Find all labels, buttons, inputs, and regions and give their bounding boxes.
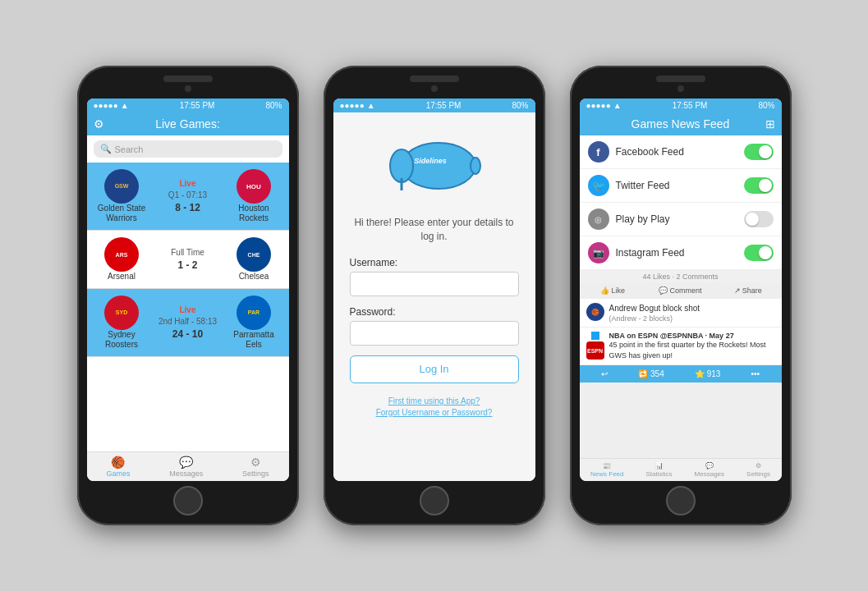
speaker-2 — [410, 76, 459, 82]
tab-settings-label-3: Settings — [746, 470, 770, 478]
share-button[interactable]: ↗ Share — [714, 283, 781, 298]
rockets-logo: HOU — [237, 169, 271, 204]
tab-messages-label-1: Messages — [169, 470, 203, 478]
search-bar[interactable]: 🔍 Search — [94, 140, 282, 158]
tab-statistics[interactable]: 📊 Statistics — [646, 462, 673, 478]
svg-point-1 — [390, 149, 413, 182]
speaker-3 — [656, 76, 705, 82]
feed-toggle-list: f Facebook Feed 🐦 Twitter Feed ◎ Play by… — [580, 135, 782, 270]
roosters-name: Sydney Roosters — [95, 330, 149, 350]
status-time-1: 17:55 PM — [180, 101, 215, 110]
pbp-icon: ◎ — [588, 208, 609, 230]
screen-2: ●●●●● ▲ 17:55 PM 80% Sidelines — [333, 98, 535, 481]
rockets-name: Houston Rockets — [227, 204, 280, 223]
forgot-link[interactable]: Forgot Username or Password? — [376, 408, 493, 417]
tab-newsfeed[interactable]: 📰 News Feed — [590, 462, 623, 478]
game-row-3[interactable]: SYD Sydney Roosters Live 2nd Half - 58:1… — [87, 289, 289, 357]
comment-label: Comment — [669, 286, 701, 295]
game-quarter-3: 2nd Half - 58:13 — [158, 316, 217, 328]
app-logo-area: Sidelines — [385, 129, 484, 206]
status-bar-2: ●●●●● ▲ 17:55 PM 80% — [333, 98, 535, 112]
more-stat[interactable]: ••• — [751, 369, 760, 378]
instagram-icon: 📷 — [588, 242, 609, 263]
bogut-icon: 🏀 — [586, 303, 604, 321]
tweet-body: 45 point in the first quarter by the Roc… — [609, 340, 775, 360]
home-button-2[interactable] — [420, 486, 449, 515]
grid-icon[interactable]: ⊞ — [765, 117, 775, 131]
tab-statistics-label: Statistics — [646, 470, 673, 478]
phone-2-bottom — [420, 486, 449, 515]
camera-2 — [431, 85, 438, 92]
page-title-1: Live Games: — [155, 117, 220, 131]
tab-newsfeed-label: News Feed — [590, 470, 623, 478]
password-input[interactable] — [350, 321, 519, 346]
game-row-1[interactable]: GSW Golden State Warriors Live Q1 - 07:1… — [87, 163, 289, 231]
login-button[interactable]: Log In — [350, 355, 519, 383]
tab-settings-3[interactable]: ⚙ Settings — [746, 462, 770, 478]
home-button-1[interactable] — [173, 486, 203, 515]
camera-1 — [185, 85, 191, 92]
pbp-toggle[interactable] — [744, 211, 774, 227]
game-status-1: Live — [179, 178, 195, 190]
settings-icon-3: ⚙ — [755, 462, 761, 470]
social-post-area: 44 Likes · 2 Comments 👍 Like 💬 Comment ↗… — [580, 270, 782, 458]
game-info-1: Live Q1 - 07:13 8 - 12 — [168, 178, 207, 215]
tab-messages-3[interactable]: 💬 Messages — [695, 462, 724, 478]
status-time-2: 17:55 PM — [426, 101, 462, 110]
eels-logo: PAR — [237, 296, 271, 330]
instagram-label: Instagram Feed — [616, 247, 737, 259]
login-button-label: Log In — [419, 363, 448, 375]
post-stats: 44 Likes · 2 Comments — [580, 270, 782, 283]
phone-3-bottom — [666, 486, 696, 515]
team-block-warriors: GSW Golden State Warriors — [95, 169, 149, 223]
first-time-link[interactable]: First time using this App? — [388, 396, 480, 405]
pbp-toggle-row: ◎ Play by Play — [580, 203, 782, 236]
news-tab-bar: 📰 News Feed 📊 Statistics 💬 Messages ⚙ Se… — [580, 458, 782, 481]
bogut-title: Andrew Bogut block shot — [609, 303, 700, 314]
search-icon: 🔍 — [100, 144, 112, 154]
tab-settings-1[interactable]: ⚙ Settings — [242, 456, 269, 478]
bogut-content: Andrew Bogut block shot (Andrew - 2 bloc… — [609, 303, 700, 323]
tab-messages-1[interactable]: 💬 Messages — [169, 456, 203, 478]
twitter-toggle[interactable] — [744, 177, 774, 194]
gear-icon[interactable]: ⚙ — [94, 117, 104, 131]
instagram-toggle[interactable] — [744, 245, 774, 261]
comment-button[interactable]: 💬 Comment — [647, 283, 714, 298]
login-links: First time using this App? Forgot Userna… — [376, 396, 493, 417]
username-field-group: Username: — [350, 257, 519, 296]
phone-3: ●●●●● ▲ 17:55 PM 80% Games News Feed ⊞ f… — [570, 66, 792, 525]
twitter-toggle-row: 🐦 Twitter Feed — [580, 169, 782, 203]
username-input[interactable] — [350, 272, 519, 296]
wifi-icon-2: ▲ — [367, 101, 375, 110]
like-button[interactable]: 👍 Like — [580, 283, 647, 298]
phone-3-top — [580, 76, 782, 95]
chelsea-name: Chelsea — [239, 272, 269, 282]
login-prompt: Hi there! Please enter your details to l… — [350, 216, 519, 244]
bogut-sub: (Andrew - 2 blocks) — [609, 314, 700, 323]
game-row-2[interactable]: ARS Arsenal Full Time 1 - 2 CHE Chelsea — [87, 231, 289, 289]
warriors-logo: GSW — [104, 169, 139, 204]
phone-1-top — [87, 76, 289, 95]
tab-settings-label-1: Settings — [242, 470, 269, 478]
tab-games[interactable]: 🏀 Games — [106, 456, 130, 478]
bogut-post: 🏀 Andrew Bogut block shot (Andrew - 2 bl… — [580, 299, 782, 328]
newsfeed-icon: 📰 — [603, 462, 611, 470]
signal-dots-3: ●●●●● — [586, 101, 611, 110]
share-label: Share — [742, 286, 762, 295]
team-block-chelsea: CHE Chelsea — [227, 237, 281, 282]
status-bar-3: ●●●●● ▲ 17:55 PM 80% — [580, 98, 782, 112]
status-bar-1: ●●●●● ▲ 17:55 PM 80% — [87, 98, 289, 112]
home-button-3[interactable] — [666, 486, 696, 515]
reply-stat: ↩ — [601, 369, 608, 378]
wifi-icon: ▲ — [121, 101, 129, 110]
twitter-small-icon — [591, 332, 599, 340]
facebook-toggle[interactable] — [744, 144, 774, 160]
like-label: Like — [611, 286, 625, 295]
share-icon: ↗ — [734, 286, 741, 295]
instagram-toggle-row: 📷 Instagram Feed — [580, 236, 782, 270]
eels-name: Parramatta Eels — [227, 330, 280, 350]
status-left-2: ●●●●● ▲ — [340, 101, 375, 110]
team-block-arsenal: ARS Arsenal — [95, 237, 149, 282]
retweet-count: 354 — [650, 369, 664, 378]
nav-header-1: ⚙ Live Games: — [87, 112, 289, 135]
